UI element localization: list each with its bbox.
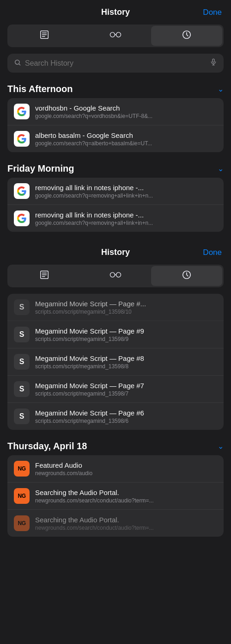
bookmarks-icon (39, 30, 49, 42)
item-text: vordhosbn - Google Search google.com/sea… (35, 104, 217, 119)
section-header-this-afternoon: This Afternoon ⌄ (0, 81, 231, 98)
glasses-icon (109, 31, 122, 41)
item-text: Featured Audio newgrounds.com/audio (35, 461, 217, 477)
google-favicon (14, 104, 30, 119)
item-url: scripts.com/script/megamind_13598/6 (35, 418, 217, 424)
page-title: History (101, 7, 130, 17)
scripts-favicon: S (14, 327, 30, 342)
scripts-favicon: S (14, 409, 30, 424)
svg-point-1 (110, 32, 115, 37)
item-title: vordhosbn - Google Search (35, 104, 217, 112)
tab-history-2[interactable] (151, 266, 222, 286)
list-item[interactable]: S Megamind Movie Script — Page #7 script… (7, 376, 224, 403)
item-text: Megamind Movie Script — Page #9 scripts.… (35, 327, 217, 342)
history-icon (182, 30, 192, 42)
item-text: Megamind Movie Script — Page #... script… (35, 300, 217, 315)
scripts-favicon: S (14, 354, 30, 370)
tab-history[interactable] (151, 26, 222, 46)
ng-favicon: NG (14, 515, 30, 531)
item-text: Searching the Audio Portal. newgrounds.c… (35, 516, 217, 531)
item-title: Megamind Movie Script — Page #7 (35, 382, 217, 390)
google-favicon (14, 183, 30, 199)
list-item[interactable]: S Megamind Movie Script — Page #... scri… (7, 294, 224, 321)
scripts-favicon: S (14, 381, 30, 397)
google-favicon (14, 211, 30, 226)
list-item[interactable]: S Megamind Movie Script — Page #9 script… (7, 321, 224, 348)
item-title: Megamind Movie Script — Page #... (35, 300, 217, 308)
item-text: alberto basalm - Google Search google.co… (35, 131, 217, 147)
tab-bookmarks[interactable] (9, 26, 80, 46)
item-title: removing all link in notes iphone -... (35, 184, 217, 192)
list-item[interactable]: S Megamind Movie Script — Page #8 script… (7, 348, 224, 376)
item-text: Megamind Movie Script — Page #6 scripts.… (35, 409, 217, 424)
tab-reading-list-2[interactable] (80, 266, 151, 286)
tab-bar-2 (7, 265, 224, 287)
item-title: Megamind Movie Script — Page #9 (35, 327, 217, 335)
item-text: Searching the Audio Portal. newgrounds.c… (35, 489, 217, 504)
item-url: scripts.com/script/megamind_13598/8 (35, 363, 217, 370)
svg-point-8 (116, 272, 121, 277)
item-url: newgrounds.com/search/conduct/audio?term… (35, 497, 217, 504)
list-item[interactable]: NG Searching the Audio Portal. newground… (7, 510, 224, 537)
section-header-friday-morning: Friday Morning ⌄ (0, 161, 231, 178)
first-panel: History Done (0, 0, 231, 232)
section-title-this-afternoon: This Afternoon (7, 84, 73, 94)
history-icon-2 (182, 270, 192, 282)
scripts-card: S Megamind Movie Script — Page #... scri… (7, 294, 224, 430)
tab-bookmarks-2[interactable] (9, 266, 80, 286)
item-title: Featured Audio (35, 461, 217, 469)
item-title: Searching the Audio Portal. (35, 489, 217, 496)
chevron-down-icon[interactable]: ⌄ (218, 442, 224, 451)
microphone-icon[interactable] (210, 58, 217, 68)
item-title: Megamind Movie Script — Page #6 (35, 409, 217, 417)
item-text: removing all link in notes iphone -... g… (35, 184, 217, 199)
section-title-thursday: Thursday, April 18 (7, 441, 87, 452)
item-url: scripts.com/script/megamind_13598/7 (35, 390, 217, 397)
tab-bar (7, 25, 224, 47)
glasses-icon-2 (109, 271, 122, 281)
page-title-2: History (101, 248, 130, 257)
chevron-down-icon[interactable]: ⌄ (218, 164, 224, 173)
list-item[interactable]: NG Featured Audio newgrounds.com/audio (7, 455, 224, 483)
item-url: scripts.com/script/megamind_13598/9 (35, 336, 217, 342)
svg-rect-5 (213, 59, 214, 62)
item-text: Megamind Movie Script — Page #7 scripts.… (35, 382, 217, 397)
second-panel: History Done (0, 240, 231, 537)
search-input[interactable] (25, 59, 206, 68)
chevron-down-icon[interactable]: ⌄ (218, 85, 224, 93)
item-url: google.com/search?q=removing+all+link+in… (35, 192, 217, 199)
search-icon (14, 59, 21, 68)
list-item[interactable]: S Megamind Movie Script — Page #6 script… (7, 403, 224, 430)
item-text: Megamind Movie Script — Page #8 scripts.… (35, 354, 217, 370)
list-item[interactable]: NG Searching the Audio Portal. newground… (7, 483, 224, 510)
item-title: Megamind Movie Script — Page #8 (35, 354, 217, 362)
done-button[interactable]: Done (203, 8, 222, 17)
section-header-thursday: Thursday, April 18 ⌄ (0, 438, 231, 455)
item-title: removing all link in notes iphone -... (35, 211, 217, 219)
item-url: google.com/search?q=vordhosbn&ie=UTF-8&.… (35, 113, 217, 119)
svg-point-2 (116, 32, 121, 37)
list-item[interactable]: vordhosbn - Google Search google.com/sea… (7, 98, 224, 125)
search-bar (7, 54, 224, 73)
section-title-friday-morning: Friday Morning (7, 163, 74, 174)
thursday-card: NG Featured Audio newgrounds.com/audio N… (7, 455, 224, 537)
item-url: scripts.com/script/megamind_13598/10 (35, 309, 217, 315)
friday-morning-card: removing all link in notes iphone -... g… (7, 178, 224, 232)
done-button-2[interactable]: Done (203, 248, 222, 257)
list-item[interactable]: alberto basalm - Google Search google.co… (7, 125, 224, 152)
google-favicon (14, 131, 30, 147)
item-url: newgrounds.com/search/conduct/audio?term… (35, 525, 217, 531)
item-title: Searching the Audio Portal. (35, 516, 217, 524)
item-title: alberto basalm - Google Search (35, 131, 217, 139)
bookmarks-icon-2 (39, 270, 49, 282)
item-url: google.com/search?q=alberto+basalm&ie=UT… (35, 140, 217, 147)
list-item[interactable]: removing all link in notes iphone -... g… (7, 205, 224, 232)
scripts-favicon: S (14, 299, 30, 315)
header-2: History Done (0, 240, 231, 265)
item-text: removing all link in notes iphone -... g… (35, 211, 217, 226)
header: History Done (0, 0, 231, 25)
this-afternoon-card: vordhosbn - Google Search google.com/sea… (7, 98, 224, 152)
svg-point-7 (110, 272, 115, 277)
tab-reading-list[interactable] (80, 26, 151, 46)
list-item[interactable]: removing all link in notes iphone -... g… (7, 178, 224, 205)
